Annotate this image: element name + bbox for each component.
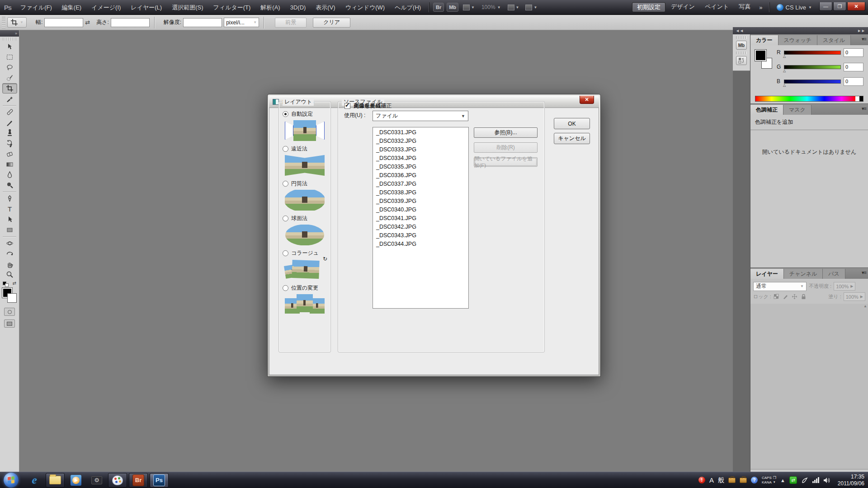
height-input[interactable]: [111, 18, 150, 27]
tools-panel-grip[interactable]: [3, 38, 16, 41]
launch-bridge-button[interactable]: Br: [433, 3, 444, 12]
taskbar-system-utility[interactable]: ⚙: [87, 473, 106, 488]
grip[interactable]: [736, 36, 747, 39]
foreground-color-swatch[interactable]: [755, 50, 766, 61]
radio-button[interactable]: [283, 146, 288, 152]
menu-item[interactable]: フィルター(T): [208, 0, 256, 15]
swap-colors-icon[interactable]: ⇄: [13, 281, 16, 286]
file-list-item[interactable]: _DSC0335.JPG: [376, 163, 468, 171]
arrange-documents-dropdown[interactable]: ▼: [508, 5, 519, 10]
workspace-button[interactable]: 初期設定: [632, 2, 665, 12]
panel-menu-icon[interactable]: ▾≡: [862, 36, 866, 42]
file-list-item[interactable]: _DSC0333.JPG: [376, 145, 468, 154]
lasso-tool[interactable]: [2, 62, 17, 73]
toolbox-icon[interactable]: [728, 478, 736, 483]
panel-menu-icon[interactable]: ▾≡: [862, 270, 866, 276]
ok-button[interactable]: OK: [554, 118, 590, 129]
zoom-tool[interactable]: [2, 269, 17, 280]
dodge-tool[interactable]: [2, 180, 17, 190]
mini-bridge-panel-button[interactable]: Mb: [736, 41, 747, 50]
color-spectrum-ramp[interactable]: [755, 96, 863, 102]
merge-option-checkbox[interactable]: ✓ 歪曲収差の補正: [344, 102, 392, 110]
screen-mode-dropdown[interactable]: ▼: [525, 5, 537, 10]
type-tool[interactable]: T: [2, 204, 17, 214]
file-list-item[interactable]: _DSC0332.JPG: [376, 137, 468, 145]
menu-item[interactable]: レイヤー(L): [126, 0, 167, 15]
panel-tab[interactable]: パス: [823, 269, 845, 279]
radio-button[interactable]: [283, 111, 288, 117]
front-image-button[interactable]: 前景: [275, 18, 307, 28]
gradient-tool[interactable]: [2, 159, 17, 169]
menu-item[interactable]: 選択範囲(S): [167, 0, 208, 15]
collapse-dock-button[interactable]: ◄◄: [736, 28, 744, 33]
brush-tool[interactable]: [2, 117, 17, 128]
panel-tab[interactable]: スタイル: [817, 35, 851, 45]
file-list-item[interactable]: _DSC0336.JPG: [376, 171, 468, 180]
3d-object-rotate-tool[interactable]: [2, 238, 17, 249]
help-icon[interactable]: ?: [751, 477, 758, 483]
options-bar-grip[interactable]: [2, 17, 5, 28]
crop-tool[interactable]: [2, 83, 17, 94]
fill-input[interactable]: 100%▶: [844, 292, 865, 301]
green-value-input[interactable]: 0: [844, 63, 863, 71]
file-list-item[interactable]: _DSC0343.JPG: [376, 231, 468, 240]
file-list-item[interactable]: _DSC0340.JPG: [376, 206, 468, 214]
3d-rotate-camera-tool[interactable]: [2, 249, 17, 259]
file-list-item[interactable]: _DSC0339.JPG: [376, 197, 468, 206]
path-selection-tool[interactable]: [2, 214, 17, 225]
red-value-input[interactable]: 0: [844, 48, 863, 57]
menu-item[interactable]: ファイル(F): [15, 0, 57, 15]
restore-button[interactable]: ❐: [833, 2, 846, 11]
use-select[interactable]: ファイル ▼: [373, 111, 468, 121]
workspace-button[interactable]: ペイント: [700, 2, 733, 12]
add-open-files-button[interactable]: 開いているファイルを追加(F): [474, 157, 538, 167]
network-signal-icon[interactable]: [812, 477, 819, 483]
ime-mode-indicator[interactable]: 般: [718, 476, 724, 484]
radio-button[interactable]: [283, 250, 288, 256]
layout-option[interactable]: 円筒法 ↖↙ ↗↘: [283, 179, 327, 211]
spot-healing-brush-tool[interactable]: [2, 107, 17, 117]
blur-tool[interactable]: [2, 169, 17, 180]
panel-tab[interactable]: 色調補正: [750, 105, 783, 115]
swap-dimensions-button[interactable]: ⇄: [85, 19, 90, 26]
checkbox[interactable]: ✓: [344, 103, 350, 109]
taskbar-paint[interactable]: [108, 473, 127, 488]
screen-mode-button[interactable]: [4, 319, 15, 328]
taskbar-windows-explorer[interactable]: [46, 473, 65, 488]
cs-live-button[interactable]: CS Live ▼: [777, 4, 812, 11]
notification-icon[interactable]: !: [698, 477, 705, 483]
layout-option[interactable]: コラージュ ↖↙ ↗↘: [283, 249, 327, 280]
remove-button[interactable]: 削除(R): [474, 142, 538, 153]
panel-menu-icon[interactable]: ▾≡: [862, 106, 866, 112]
taskbar-photoshop[interactable]: Ps: [150, 473, 169, 488]
green-slider[interactable]: △: [784, 65, 841, 69]
blue-value-input[interactable]: 0: [844, 77, 863, 86]
opacity-input[interactable]: 100%▶: [834, 282, 855, 291]
expand-dock-button[interactable]: ►►: [857, 28, 865, 33]
default-colors-control[interactable]: ⇄: [3, 282, 17, 287]
panel-tab[interactable]: カラー: [750, 35, 778, 45]
file-list-item[interactable]: _DSC0331.JPG: [376, 128, 468, 137]
blue-slider[interactable]: △: [784, 80, 841, 84]
layout-option[interactable]: 位置の変更 ↖↙ ↗↘: [283, 284, 327, 315]
ime-caps-kana-indicator[interactable]: CAPS❐ KANA▼: [762, 476, 776, 484]
clone-stamp-tool[interactable]: [2, 128, 17, 138]
eyedropper-tool[interactable]: [2, 94, 17, 104]
taskbar-bridge[interactable]: Br: [129, 473, 148, 488]
cancel-button[interactable]: キャンセル: [554, 133, 590, 144]
tablet-driver-icon[interactable]: [801, 477, 808, 483]
panel-tab[interactable]: マスク: [783, 105, 811, 115]
hand-tool[interactable]: [2, 259, 17, 269]
menu-item[interactable]: 3D(D): [285, 0, 311, 15]
menu-item[interactable]: ヘルプ(H): [390, 0, 426, 15]
panel-tab[interactable]: レイヤー: [750, 269, 784, 279]
radio-button[interactable]: [283, 181, 288, 187]
source-file-list[interactable]: _DSC0331.JPG_DSC0332.JPG_DSC0333.JPG_DSC…: [373, 127, 469, 309]
resolution-input[interactable]: [183, 18, 222, 27]
background-color-swatch[interactable]: [7, 293, 17, 303]
clock[interactable]: 17:35 2011/09/06: [838, 474, 864, 487]
pen-tool[interactable]: [2, 193, 17, 204]
menu-item[interactable]: 表示(V): [311, 0, 340, 15]
panel-tab[interactable]: スウォッチ: [778, 35, 817, 45]
move-tool[interactable]: [2, 42, 17, 52]
